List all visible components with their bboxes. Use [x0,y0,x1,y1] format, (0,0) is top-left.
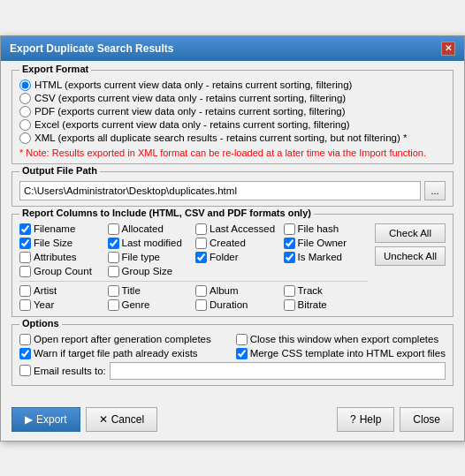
report-columns-section: Report Columns to Include (HTML, CSV and… [11,214,454,317]
check-all-button[interactable]: Check All [375,223,446,243]
col-is-marked-label: Is Marked [298,252,343,262]
col-file-size[interactable]: File Size [19,238,104,249]
file-path-input[interactable] [19,181,421,200]
opt-open-report[interactable]: Open report after generation completes [19,334,229,345]
export-button[interactable]: ▶ Export [11,407,80,432]
columns-divider [19,281,368,282]
col-folder-check[interactable] [195,252,207,263]
col-album[interactable]: Album [195,285,280,297]
col-last-accessed[interactable]: Last Accessed [195,223,280,235]
col-created-label: Created [210,238,246,248]
format-html[interactable]: HTML (exports current view data only - r… [19,79,446,91]
opt-email-check[interactable] [19,365,31,376]
col-filename[interactable]: Filename [19,223,104,235]
col-file-type-check[interactable] [108,252,119,263]
col-attributes-check[interactable] [19,252,31,263]
opt-warn-path-check[interactable] [19,348,31,359]
columns-inner: Filename Allocated Last Accessed [19,223,446,311]
cancel-button[interactable]: ✕ Cancel [86,407,157,432]
col-attributes[interactable]: Attributes [19,252,104,263]
col-duration[interactable]: Duration [195,299,280,311]
format-excel-radio[interactable] [19,119,31,131]
format-pdf-label: PDF (exports current view data only - re… [34,106,346,117]
format-pdf-radio[interactable] [19,106,31,117]
col-last-modified-check[interactable] [108,238,119,249]
opt-warn-path[interactable]: Warn if target file path already exists [19,348,229,359]
col-bitrate-check[interactable] [284,299,295,311]
col-folder-label: Folder [210,252,239,262]
col-group-size-check[interactable] [108,266,119,277]
col-allocated[interactable]: Allocated [108,223,193,235]
col-is-marked[interactable]: Is Marked [284,252,369,263]
opt-open-report-label: Open report after generation completes [34,334,211,344]
export-format-content: HTML (exports current view data only - r… [19,79,446,158]
col-track-label: Track [298,285,323,296]
opt-close-window-check[interactable] [236,334,248,345]
col-file-size-label: File Size [34,238,72,248]
col-bitrate-label: Bitrate [298,299,327,310]
export-dialog: Export Duplicate Search Results ✕ Export… [0,35,465,442]
col-file-size-check[interactable] [19,238,31,249]
opt-email-label: Email results to: [34,366,106,376]
format-excel[interactable]: Excel (exports current view data only - … [19,119,446,131]
opt-email[interactable]: Email results to: [19,365,106,376]
close-button[interactable]: Close [400,407,454,432]
email-input[interactable] [110,362,446,380]
col-allocated-check[interactable] [108,223,119,235]
col-artist-check[interactable] [19,285,31,297]
export-format-title: Export Format [19,64,91,74]
format-xml-radio[interactable] [19,132,31,144]
col-duration-check[interactable] [195,299,207,311]
uncheck-all-button[interactable]: Uncheck All [375,246,446,266]
col-year[interactable]: Year [19,299,104,311]
col-genre-check[interactable] [108,299,119,311]
col-last-accessed-check[interactable] [195,223,207,235]
footer-right: ? Help Close [337,407,454,432]
col-group-count[interactable]: Group Count [19,266,104,277]
opt-merge-css[interactable]: Merge CSS template into HTML export file… [236,348,446,359]
col-track[interactable]: Track [284,285,369,297]
col-artist[interactable]: Artist [19,285,104,297]
col-year-check[interactable] [19,299,31,311]
title-close-button[interactable]: ✕ [441,42,455,56]
help-button[interactable]: ? Help [337,407,394,432]
col-group-count-check[interactable] [19,266,31,277]
col-title[interactable]: Title [108,285,193,297]
help-label: Help [360,413,382,426]
format-csv[interactable]: CSV (exports current view data only - re… [19,93,446,104]
format-pdf[interactable]: PDF (exports current view data only - re… [19,106,446,117]
col-genre[interactable]: Genre [108,299,193,311]
opt-close-window-label: Close this window when export completes [250,334,439,344]
browse-button[interactable]: ... [424,181,446,200]
col-title-label: Title [122,285,141,296]
col-file-owner[interactable]: File Owner [284,238,369,249]
col-group-size[interactable]: Group Size [108,266,193,277]
output-section-title: Output File Path [19,165,100,176]
col-track-check[interactable] [284,285,295,297]
format-radio-group: HTML (exports current view data only - r… [19,79,446,144]
col-created-check[interactable] [195,238,207,249]
col-file-hash[interactable]: File hash [284,223,369,235]
opt-close-window[interactable]: Close this window when export completes [236,334,446,345]
col-last-modified[interactable]: Last modified [108,238,193,249]
col-allocated-label: Allocated [122,223,164,234]
col-title-check[interactable] [108,285,119,297]
format-csv-radio[interactable] [19,93,31,104]
col-created[interactable]: Created [195,238,280,249]
col-file-owner-check[interactable] [284,238,295,249]
opt-open-report-check[interactable] [19,334,31,345]
format-xml[interactable]: XML (exports all duplicate search result… [19,132,446,144]
col-filename-check[interactable] [19,223,31,235]
col-folder[interactable]: Folder [195,252,280,263]
col-bitrate[interactable]: Bitrate [284,299,369,311]
cancel-label: Cancel [111,413,144,426]
col-duration-label: Duration [210,299,248,310]
title-bar: Export Duplicate Search Results ✕ [1,36,464,61]
columns-left: Filename Allocated Last Accessed [19,223,368,311]
opt-merge-css-check[interactable] [236,348,248,359]
col-album-check[interactable] [195,285,207,297]
format-html-radio[interactable] [19,79,31,91]
col-is-marked-check[interactable] [284,252,295,263]
col-file-hash-check[interactable] [284,223,295,235]
col-file-type[interactable]: File type [108,252,193,263]
